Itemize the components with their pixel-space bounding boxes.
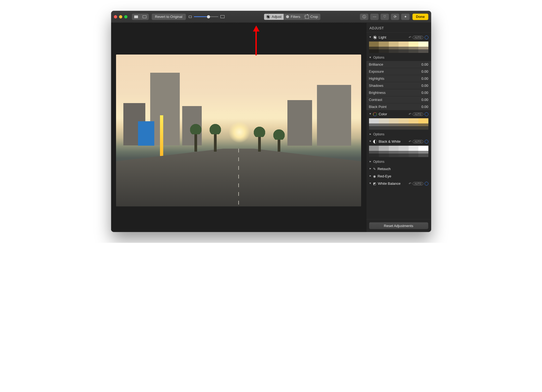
color-preset[interactable]: [389, 118, 399, 130]
light-options-toggle[interactable]: ▼ Options: [366, 55, 431, 61]
heart-icon: ♡: [383, 15, 386, 19]
edited-photo: [116, 55, 361, 206]
enable-bw-toggle[interactable]: [425, 140, 428, 144]
auto-bw-button[interactable]: AUTO: [413, 140, 423, 143]
revert-to-original-button[interactable]: Revert to Original: [152, 14, 186, 20]
section-color-label: Color: [379, 112, 407, 116]
undo-icon[interactable]: ↶: [409, 112, 411, 116]
slider-brightness[interactable]: Brightness0.00: [366, 89, 431, 96]
light-preset[interactable]: [409, 42, 419, 53]
enable-light-toggle[interactable]: [425, 36, 428, 39]
light-preset[interactable]: [389, 42, 399, 53]
chevron-down-icon: ▼: [369, 140, 372, 143]
undo-icon[interactable]: ↶: [409, 140, 411, 144]
bw-preset[interactable]: [369, 146, 379, 157]
done-button[interactable]: Done: [412, 14, 428, 20]
adjust-sidebar: ADJUST ▼ Light ↶ AUTO ▼: [366, 23, 431, 232]
color-preset[interactable]: [418, 118, 428, 130]
color-icon: [373, 112, 377, 116]
toolbar: Revert to Original Adjust Filters Crop ⓘ: [111, 11, 431, 23]
color-preset[interactable]: [379, 118, 389, 130]
chevron-right-icon: ▼: [369, 160, 372, 163]
section-bw-header[interactable]: ▼ Black & White ↶ AUTO: [366, 138, 431, 145]
zoom-slider[interactable]: [194, 16, 218, 17]
light-icon: [373, 36, 377, 39]
slider-contrast[interactable]: Contrast0.00: [366, 96, 431, 103]
bw-preset[interactable]: [389, 146, 399, 157]
slider-exposure[interactable]: Exposure0.00: [366, 68, 431, 75]
undo-icon[interactable]: ↶: [409, 182, 411, 186]
slider-black-point[interactable]: Black Point0.00: [366, 103, 431, 110]
bw-options-toggle[interactable]: ▼ Options: [366, 159, 431, 165]
slider-shadows[interactable]: Shadows0.00: [366, 82, 431, 89]
slider-highlights[interactable]: Highlights0.00: [366, 75, 431, 82]
undo-icon[interactable]: ↶: [409, 36, 411, 39]
slider-label: Shadows: [369, 84, 383, 88]
tab-filters[interactable]: Filters: [284, 14, 302, 20]
tab-crop[interactable]: Crop: [303, 14, 320, 20]
slider-value: 0.00: [421, 105, 428, 109]
chevron-down-icon: ▼: [369, 36, 372, 39]
auto-color-button[interactable]: AUTO: [413, 113, 423, 116]
chevron-down-icon: ▼: [369, 182, 372, 185]
slider-label: Brightness: [369, 91, 386, 95]
image-canvas[interactable]: [111, 23, 366, 232]
window-controls: [114, 15, 127, 18]
reset-adjustments-button[interactable]: Reset Adjustments: [369, 222, 428, 229]
section-redeye-header[interactable]: ▼ ◉ Red-Eye: [366, 173, 431, 180]
single-view-icon: [143, 15, 146, 18]
color-options-toggle[interactable]: ▼ Options: [366, 131, 431, 138]
info-button[interactable]: ⓘ: [360, 14, 368, 20]
tab-adjust[interactable]: Adjust: [264, 14, 284, 20]
zoom-in-icon: [220, 15, 225, 18]
light-preset[interactable]: [418, 42, 428, 53]
options-label: Options: [373, 56, 384, 59]
slider-label: Black Point: [369, 105, 387, 109]
retouch-icon: ✎: [373, 167, 376, 171]
bw-preset[interactable]: [379, 146, 389, 157]
enable-wb-toggle[interactable]: [425, 182, 428, 186]
light-preset[interactable]: [379, 42, 389, 53]
color-presets[interactable]: [369, 118, 428, 130]
color-preset[interactable]: [399, 118, 409, 130]
white-balance-icon: ◩: [373, 182, 376, 186]
filters-icon: [286, 15, 289, 18]
section-light-header[interactable]: ▼ Light ↶ AUTO: [366, 34, 431, 41]
wand-icon: ✦: [404, 15, 407, 19]
slider-value: 0.00: [421, 62, 428, 66]
options-label: Options: [373, 132, 384, 136]
bw-preset[interactable]: [409, 146, 419, 157]
slider-brilliance[interactable]: Brilliance0.00: [366, 61, 431, 68]
options-label: Options: [373, 160, 384, 164]
auto-light-button[interactable]: AUTO: [413, 36, 423, 39]
close-window-button[interactable]: [114, 15, 117, 18]
bw-preset[interactable]: [399, 146, 409, 157]
section-color-header[interactable]: ▼ Color ↶ AUTO: [366, 110, 431, 118]
favorite-button[interactable]: ♡: [380, 14, 389, 20]
bw-preset[interactable]: [418, 146, 428, 157]
toolbar-actions: ⓘ ⋯ ♡ ⟳ ✦: [360, 14, 410, 20]
light-preset[interactable]: [399, 42, 409, 53]
filmstrip-toggle-button[interactable]: [132, 14, 140, 20]
light-preset[interactable]: [369, 42, 379, 53]
more-button[interactable]: ⋯: [370, 14, 379, 20]
single-view-toggle-button[interactable]: [140, 14, 149, 20]
zoom-out-icon: [189, 16, 192, 18]
view-mode-segment: [132, 14, 149, 20]
light-presets[interactable]: [369, 42, 428, 53]
fullscreen-window-button[interactable]: [124, 15, 127, 18]
slider-value: 0.00: [421, 98, 428, 102]
color-preset[interactable]: [369, 118, 379, 130]
slider-value: 0.00: [421, 91, 428, 95]
section-retouch-header[interactable]: ▼ ✎ Retouch: [366, 165, 431, 173]
enable-color-toggle[interactable]: [425, 112, 428, 116]
rotate-button[interactable]: ⟳: [391, 14, 399, 20]
minimize-window-button[interactable]: [119, 15, 122, 18]
bw-presets[interactable]: [369, 146, 428, 157]
auto-wb-button[interactable]: AUTO: [413, 182, 423, 185]
color-preset[interactable]: [409, 118, 419, 130]
sidebar-scroll[interactable]: ▼ Light ↶ AUTO ▼ Options Brilliance0: [366, 33, 431, 219]
filmstrip-icon: [134, 15, 138, 18]
section-wb-header[interactable]: ▼ ◩ White Balance ↶ AUTO: [366, 180, 431, 187]
auto-enhance-button[interactable]: ✦: [401, 14, 410, 20]
